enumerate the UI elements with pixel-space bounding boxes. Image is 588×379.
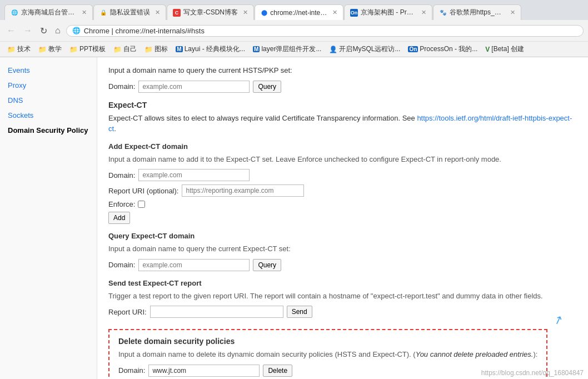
- tab-6-favicon: 🐾: [439, 9, 447, 17]
- hsts-query-button[interactable]: Query: [253, 81, 281, 93]
- bookmark-1-label: 技术: [17, 44, 31, 54]
- address-bar: ← → ↻ ⌂ 🌐 Chrome | chrome://net-internal…: [0, 20, 588, 41]
- hsts-domain-input[interactable]: [138, 81, 250, 93]
- main-content: Input a domain name to query the current…: [97, 57, 588, 379]
- bookmark-7[interactable]: Mlayer弹层组件开发...: [250, 43, 324, 55]
- bookmark-4-label: 自己: [123, 44, 137, 54]
- delete-domain-label: Domain:: [118, 366, 145, 375]
- send-test-section: Send test Expect-CT report Trigger a tes…: [108, 279, 577, 318]
- tab-4[interactable]: ⬤ chrome://net-interne... ✕: [255, 4, 343, 20]
- add-expect-ct-desc: Input a domain name to add it to the Exp…: [108, 154, 577, 165]
- tab-3-close[interactable]: ✕: [243, 9, 248, 16]
- add-domain-label: Domain:: [108, 171, 135, 179]
- tab-1-close[interactable]: ✕: [82, 9, 87, 16]
- bookmark-5-icon: 📁: [144, 46, 153, 53]
- tab-bar: 🌐 京海商城后台管理系 ✕ 🔒 隐私设置错误 ✕ C 写文章-CSDN博客 ✕ …: [0, 0, 588, 20]
- add-report-input[interactable]: [182, 184, 304, 197]
- tab-5-favicon: On: [350, 9, 358, 17]
- tab-5-label: 京海架构图 - Proce...: [361, 8, 416, 17]
- watermark: https://blog.csdn.net/qq_16804847: [481, 369, 584, 377]
- url-box[interactable]: 🌐 Chrome | chrome://net-internals/#hsts: [66, 25, 584, 37]
- bookmark-1-icon: 📁: [7, 46, 16, 53]
- tab-2-close[interactable]: ✕: [155, 9, 160, 16]
- bookmark-6-label: Layui - 经典模块化...: [185, 44, 245, 54]
- expect-ct-desc-text: Expect-CT allows sites to elect to alway…: [108, 114, 417, 122]
- bookmark-9[interactable]: OnProcessOn - 我的...: [405, 43, 480, 55]
- bookmarks-bar: 📁技术 📁教学 📁PPT模板 📁自己 📁图标 MLayui - 经典模块化...…: [0, 41, 588, 57]
- back-button[interactable]: ←: [4, 24, 18, 37]
- bookmark-6[interactable]: MLayui - 经典模块化...: [173, 43, 248, 55]
- send-test-title: Send test Expect-CT report: [108, 279, 577, 287]
- hsts-query-desc: Input a domain name to query the current…: [108, 65, 577, 76]
- query-expect-ct-title: Query Expect-CT domain: [108, 232, 577, 240]
- query-expect-ct-desc: Input a domain name to query the current…: [108, 243, 577, 255]
- bookmark-6-icon: M: [176, 46, 182, 52]
- bookmark-2[interactable]: 📁教学: [36, 43, 64, 55]
- send-test-desc: Trigger a test report to the given repor…: [108, 291, 577, 302]
- expect-ct-section: Expect-CT Expect-CT allows sites to elec…: [108, 101, 577, 134]
- sidebar-item-sockets[interactable]: Sockets: [0, 108, 97, 123]
- query-ct-domain-row: Domain: Query: [108, 259, 577, 271]
- tab-6-label: 谷歌禁用https_百度...: [450, 8, 505, 17]
- bookmark-3[interactable]: 📁PPT模板: [67, 43, 108, 55]
- tab-2[interactable]: 🔒 隐私设置错误 ✕: [93, 4, 166, 20]
- hsts-domain-label: Domain:: [108, 82, 135, 91]
- bookmark-1[interactable]: 📁技术: [4, 43, 33, 55]
- send-report-input[interactable]: [150, 306, 283, 318]
- tab-3[interactable]: C 写文章-CSDN博客 ✕: [167, 4, 254, 20]
- add-expect-ct-title: Add Expect-CT domain: [108, 142, 577, 151]
- enforce-checkbox[interactable]: [138, 201, 145, 208]
- bookmark-10[interactable]: V[Beta] 创建: [482, 43, 527, 55]
- send-button[interactable]: Send: [287, 306, 312, 318]
- home-button[interactable]: ⌂: [53, 24, 63, 37]
- delete-desc-italic: You cannot delete preloaded entries.: [416, 350, 534, 358]
- sidebar-item-proxy[interactable]: Proxy: [0, 78, 97, 93]
- delete-domain-row: Domain: Delete: [118, 365, 537, 377]
- add-domain-input[interactable]: [138, 169, 250, 181]
- bookmark-5-label: 图标: [155, 44, 168, 54]
- sidebar-item-events[interactable]: Events: [0, 63, 97, 78]
- bookmark-8[interactable]: 👤开启MySQL远程访...: [326, 43, 403, 55]
- delete-desc: Input a domain name to delete its dynami…: [118, 349, 537, 360]
- sidebar-item-domain-security-policy[interactable]: Domain Security Policy: [0, 123, 97, 138]
- tab-1-favicon: 🌐: [11, 9, 18, 17]
- send-report-label: Report URI:: [108, 308, 147, 316]
- bookmark-5[interactable]: 📁图标: [142, 43, 171, 55]
- hsts-domain-row: Domain: Query: [108, 81, 577, 93]
- tab-5-close[interactable]: ✕: [421, 9, 426, 16]
- delete-button[interactable]: Delete: [263, 365, 292, 377]
- delete-desc-suffix: ):: [533, 350, 537, 358]
- forward-button[interactable]: →: [21, 24, 34, 37]
- tab-6-close[interactable]: ✕: [510, 9, 515, 16]
- bookmark-4[interactable]: 📁自己: [111, 43, 139, 55]
- bookmark-2-label: 教学: [48, 44, 62, 54]
- bookmark-4-icon: 📁: [113, 46, 122, 53]
- send-report-row: Report URI: Send: [108, 306, 577, 318]
- expect-ct-description: Expect-CT allows sites to elect to alway…: [108, 113, 577, 134]
- bookmark-7-label: layer弹层组件开发...: [261, 44, 321, 54]
- add-report-label: Report URI (optional):: [108, 187, 178, 195]
- url-text: Chrome | chrome://net-internals/#hsts: [84, 27, 577, 35]
- tab-6[interactable]: 🐾 谷歌禁用https_百度... ✕: [433, 4, 521, 20]
- tab-4-close[interactable]: ✕: [332, 9, 337, 16]
- query-ct-button[interactable]: Query: [253, 259, 281, 271]
- bookmark-3-label: PPT模板: [79, 44, 106, 54]
- bookmark-2-icon: 📁: [38, 46, 47, 53]
- add-button[interactable]: Add: [108, 212, 130, 224]
- tab-5[interactable]: On 京海架构图 - Proce... ✕: [344, 4, 432, 20]
- tab-4-label: chrome://net-interne...: [270, 9, 327, 17]
- refresh-button[interactable]: ↻: [38, 24, 49, 37]
- bookmark-8-icon: 👤: [329, 46, 337, 53]
- expect-ct-desc-suffix: .: [114, 124, 116, 133]
- sidebar-item-dns[interactable]: DNS: [0, 93, 97, 108]
- tab-1[interactable]: 🌐 京海商城后台管理系 ✕: [4, 4, 93, 20]
- tab-1-label: 京海商城后台管理系: [21, 8, 77, 17]
- query-ct-domain-input[interactable]: [138, 259, 250, 271]
- add-domain-row: Domain:: [108, 169, 577, 181]
- query-expect-ct-section: Query Expect-CT domain Input a domain na…: [108, 232, 577, 271]
- add-report-row: Report URI (optional):: [108, 184, 577, 197]
- delete-domain-input[interactable]: [148, 365, 260, 377]
- enforce-row: Enforce:: [108, 200, 577, 208]
- bookmark-3-icon: 📁: [69, 46, 78, 53]
- bookmark-7-icon: M: [253, 46, 260, 52]
